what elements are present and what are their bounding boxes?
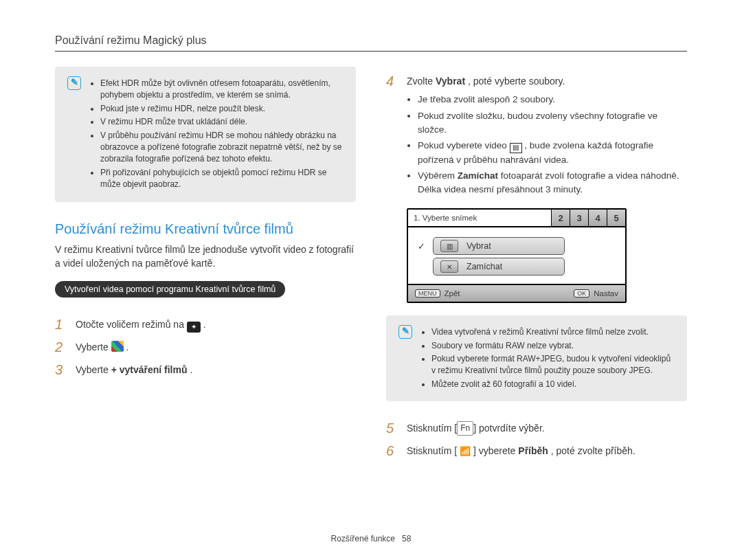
list-item: Pokud vyberete video , bude zvolena každ… — [418, 139, 687, 166]
note-icon: ✎ — [398, 325, 412, 339]
right-column: 4 Zvolte Vybrat , poté vyberte soubory. … — [386, 67, 687, 465]
fn-key: Fn — [457, 421, 473, 436]
step-body: Stisknutím [Fn] potvrdíte výběr. — [407, 421, 687, 436]
step-body: Otočte voličem režimů na . — [76, 317, 356, 333]
lcd-body: ✓ ▥ Vybrat ✕ Zamíchat — [408, 226, 625, 284]
lcd-foot-label: Nastav — [594, 289, 618, 298]
step-body: Zvolte Vybrat , poté vyberte soubory. Je… — [407, 74, 687, 199]
right-steps-2: 5 Stisknutím [Fn] potvrdíte výběr. 6 Sti… — [386, 421, 687, 458]
hdr-note-box: ✎ Efekt HDR může být ovlivněn otřesem fo… — [55, 67, 356, 202]
list-item: Videa vytvořená v režimů Kreativní tvůrc… — [431, 326, 675, 338]
list-item: V režimu HDR může trvat ukládání déle. — [100, 116, 344, 128]
lcd-tab-active: 1. Vyberte snímek — [408, 210, 552, 226]
section-desc: V režimu Kreativní tvůrce filmů lze jedn… — [55, 243, 356, 271]
step-3: 3 Vyberte + vytváření filmů . — [55, 362, 356, 377]
note-icon: ✎ — [67, 76, 81, 90]
step-4: 4 Zvolte Vybrat , poté vyberte soubory. … — [386, 74, 687, 199]
right-steps: 4 Zvolte Vybrat , poté vyberte soubory. … — [386, 74, 687, 199]
list-item: Pokud vyberete formát RAW+JPEG, budou k … — [431, 353, 675, 377]
lcd-tab: 3 — [570, 210, 589, 226]
page-footer: Rozšířené funkce 58 — [0, 534, 742, 544]
step-text: Stisknutím [ — [407, 445, 457, 456]
video-icon — [510, 143, 522, 153]
lcd-footer: MENU Zpět OK Nastav — [408, 284, 625, 302]
camera-lcd: 1. Vyberte snímek 2 3 4 5 ✓ ▥ Vybrat — [407, 208, 627, 303]
content-columns: ✎ Efekt HDR může být ovlivněn otřesem fo… — [55, 67, 687, 465]
left-column: ✎ Efekt HDR může být ovlivněn otřesem fo… — [55, 67, 356, 465]
lcd-foot-right: OK Nastav — [567, 289, 625, 298]
step-number: 3 — [55, 362, 69, 377]
files-note-list: Videa vytvořená v režimů Kreativní tvůrc… — [419, 325, 675, 392]
step-number: 4 — [386, 74, 400, 199]
step-bold: Vybrat — [436, 76, 465, 87]
list-item: V průběhu používání režimu HDR se mohou … — [100, 130, 344, 166]
list-item: Můžete zvolit až 60 fotografií a 10 vide… — [431, 379, 675, 390]
step-6: 6 Stisknutím [ 📶 ] vyberete Příběh , pot… — [386, 443, 687, 459]
step-1: 1 Otočte voličem režimů na . — [55, 317, 356, 333]
step-text: . — [126, 341, 129, 352]
hdr-note-list: Efekt HDR může být ovlivněn otřesem foto… — [88, 76, 344, 192]
lcd-tab: 5 — [607, 210, 625, 226]
bullet-bold: Zamíchat — [458, 170, 498, 181]
manual-page: Používání režimu Magický plus ✎ Efekt HD… — [0, 0, 742, 560]
list-item: Při pořizování pohybujících se objektů p… — [100, 167, 344, 191]
step-text: Stisknutím — [407, 423, 454, 434]
bullet-text: Výběrem — [418, 170, 458, 181]
lcd-shuffle-button: ✕ Zamíchat — [433, 258, 565, 276]
lcd-tab: 2 — [552, 210, 570, 226]
section-title: Používání režimu Kreativní tvůrce filmů — [55, 221, 356, 237]
step-bold: Příběh — [518, 445, 548, 456]
step-body: Vyberte + vytváření filmů . — [76, 362, 356, 377]
lcd-row: ✕ Zamíchat — [416, 258, 617, 276]
subheading-pill: Vytvoření videa pomocí programu Kreativn… — [55, 281, 285, 298]
creative-movie-icon — [111, 341, 124, 352]
footer-label: Rozšířené funkce — [331, 534, 395, 544]
lcd-foot-label: Zpět — [445, 289, 460, 298]
list-item: Pokud zvolíte složku, budou zvoleny všec… — [418, 109, 687, 136]
list-item: Pokud jste v režimu HDR, nelze použít bl… — [100, 103, 344, 115]
step-number: 5 — [386, 421, 400, 436]
menu-icon: MENU — [415, 289, 440, 298]
step-number: 2 — [55, 339, 69, 355]
list-item: Soubory ve formátu RAW nelze vybrat. — [431, 340, 675, 352]
step-number: 1 — [55, 317, 69, 333]
step-text: Zvolte — [407, 76, 436, 87]
bullet-text: Pokud vyberete video — [418, 140, 510, 150]
wifi-icon: 📶 — [460, 446, 471, 456]
step-text: Otočte voličem režimů na — [76, 319, 187, 330]
step-text: Vyberte — [76, 364, 111, 375]
page-header: Používání režimu Magický plus — [55, 34, 687, 52]
footer-page: 58 — [402, 534, 411, 544]
list-item: Výběrem Zamíchat fotoaparát zvolí fotogr… — [418, 169, 687, 196]
lcd-tabs: 1. Vyberte snímek 2 3 4 5 — [408, 210, 625, 226]
lcd-row: ✓ ▥ Vybrat — [416, 237, 617, 255]
files-note-box: ✎ Videa vytvořená v režimů Kreativní tvů… — [386, 315, 687, 401]
lcd-tab: 4 — [589, 210, 607, 226]
lcd-foot-left: MENU Zpět — [408, 289, 467, 298]
list-item: Je třeba zvolit alespoň 2 soubory. — [418, 93, 687, 107]
lcd-btn-label: Zamíchat — [466, 262, 502, 271]
folder-icon: ▥ — [440, 240, 458, 252]
shuffle-icon: ✕ — [440, 260, 458, 273]
step-text: ] vyberete — [473, 445, 518, 456]
left-steps: 1 Otočte voličem režimů na . 2 Vyberte . — [55, 317, 356, 377]
step-body: Vyberte . — [76, 339, 356, 355]
step-text: . — [190, 364, 192, 375]
step-text: potvrdíte výběr. — [479, 423, 545, 434]
step-text: , poté zvolte příběh. — [551, 445, 636, 456]
step-body: Stisknutím [ 📶 ] vyberete Příběh , poté … — [407, 443, 687, 459]
check-icon: ✓ — [416, 241, 426, 251]
lcd-btn-label: Vybrat — [466, 241, 491, 251]
step-5: 5 Stisknutím [Fn] potvrdíte výběr. — [386, 421, 687, 436]
step-text: . — [203, 319, 206, 330]
step4-bullets: Je třeba zvolit alespoň 2 soubory. Pokud… — [407, 93, 687, 196]
step-number: 6 — [386, 443, 400, 459]
list-item: Efekt HDR může být ovlivněn otřesem foto… — [100, 78, 344, 102]
step-2: 2 Vyberte . — [55, 339, 356, 355]
step-text: , poté vyberte soubory. — [468, 76, 565, 87]
step-text: Vyberte — [76, 341, 111, 352]
step-bold: + vytváření filmů — [111, 364, 188, 375]
ok-icon: OK — [574, 289, 589, 298]
lcd-select-button: ▥ Vybrat — [433, 237, 565, 255]
mode-dial-star-icon — [187, 322, 201, 333]
